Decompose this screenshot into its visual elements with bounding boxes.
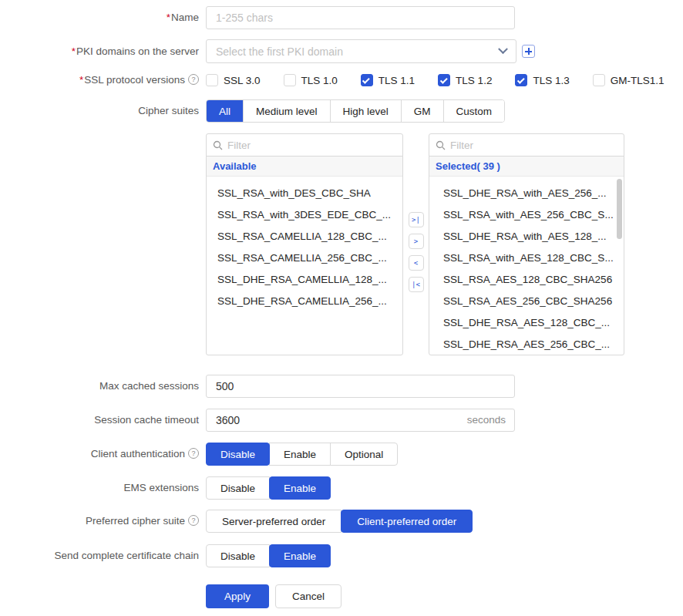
checkbox-icon[interactable]	[515, 74, 527, 86]
list-item[interactable]: SSL_RSA_CAMELLIA_256_CBC_...	[207, 247, 402, 269]
pki-domain-select[interactable]: Select the first PKI domain	[206, 39, 516, 63]
move-all-left-button[interactable]: |<	[409, 277, 424, 292]
selected-listbox: Selected( 39 ) SSL_DHE_RSA_with_AES_256_…	[429, 156, 624, 355]
checkbox-tls-1-3[interactable]: TLS 1.3	[515, 74, 569, 86]
pki-row: *PKI domains on the server Select the fi…	[0, 39, 683, 63]
checkbox-icon[interactable]	[361, 74, 373, 86]
client-auth-row: Client authentication? DisableEnableOpti…	[0, 443, 683, 466]
checkbox-icon[interactable]	[593, 74, 605, 86]
available-listbox: Available SSL_RSA_with_DES_CBC_SHASSL_RS…	[206, 156, 403, 355]
send-complete-certificate-chain-disable-button[interactable]: Disable	[206, 544, 270, 567]
preferred-cipher-suite-client-preferred-order-button[interactable]: Client-preferred order	[341, 510, 473, 533]
checkbox-icon[interactable]	[438, 74, 450, 86]
preferred-cipher-row: Preferred cipher suite? Server-preferred…	[0, 510, 683, 533]
tab-all[interactable]: All	[207, 100, 243, 122]
check-icon	[362, 76, 370, 83]
list-item[interactable]: SSL_DHE_RSA_with_AES_256_...	[429, 183, 624, 204]
name-label-text: Name	[171, 12, 199, 23]
list-item[interactable]: SSL_RSA_AES_128_CBC_SHA256	[429, 269, 624, 291]
help-icon[interactable]: ?	[188, 515, 199, 526]
help-icon[interactable]: ?	[188, 448, 199, 459]
selected-list-header: Selected( 39 )	[429, 157, 624, 177]
cancel-button[interactable]: Cancel	[275, 584, 342, 608]
available-filter-input[interactable]	[227, 140, 396, 151]
send-complete-certificate-chain-enable-button[interactable]: Enable	[269, 544, 331, 567]
move-left-button[interactable]: <	[409, 255, 424, 271]
required-asterisk: *	[167, 12, 170, 23]
move-right-icon: >	[414, 238, 418, 245]
tab-high-level[interactable]: High level	[330, 100, 401, 122]
client-authentication-disable-button[interactable]: Disable	[206, 443, 270, 466]
cert-chain-label-text: Send complete certificate chain	[54, 550, 199, 561]
client-auth-toggle-group: DisableEnableOptional	[206, 443, 398, 466]
actions-row: Apply Cancel	[0, 584, 683, 608]
list-item[interactable]: SSL_RSA_with_3DES_EDE_CBC_...	[207, 204, 402, 226]
preferred-cipher-toggle-group: Server-preferred orderClient-preferred o…	[206, 510, 473, 533]
check-icon	[439, 76, 447, 83]
move-all-right-button[interactable]: >|	[409, 212, 424, 227]
preferred-cipher-label: Preferred cipher suite?	[0, 515, 199, 527]
client-authentication-optional-button[interactable]: Optional	[330, 443, 398, 466]
move-right-button[interactable]: >	[409, 234, 424, 249]
cert-chain-row: Send complete certificate chain DisableE…	[0, 544, 683, 567]
list-item[interactable]: SSL_RSA_with_DES_CBC_SHA	[207, 183, 402, 204]
name-row: *Name	[0, 6, 683, 29]
cert-chain-toggle-group: DisableEnable	[206, 544, 331, 567]
list-item[interactable]: SSL_RSA_with_AES_128_CBC_S...	[429, 247, 624, 269]
available-list-body: SSL_RSA_with_DES_CBC_SHASSL_RSA_with_3DE…	[207, 177, 402, 355]
selected-filter-input[interactable]	[450, 140, 617, 151]
list-item[interactable]: SSL_DHE_RSA_CAMELLIA_128_...	[207, 269, 402, 291]
ssl-versions-label-text: SSL protocol versions	[84, 74, 185, 86]
max-sessions-input[interactable]	[206, 375, 515, 398]
timeout-label: Session cache timeout	[0, 414, 199, 426]
checkbox-label: GM-TLS1.1	[611, 75, 664, 86]
add-pki-domain-button[interactable]	[522, 45, 535, 58]
checkbox-label: SSL 3.0	[224, 75, 261, 86]
transfer-buttons: >|><|<	[403, 212, 429, 292]
ems-extensions-disable-button[interactable]: Disable	[206, 476, 270, 500]
client-authentication-enable-button[interactable]: Enable	[269, 443, 331, 466]
available-list-header: Available	[207, 157, 402, 177]
pki-select-value: Select the first PKI domain	[216, 45, 343, 58]
list-item[interactable]: SSL_DHE_RSA_AES_256_CBC_...	[429, 334, 624, 355]
move-all-left-icon: |<	[412, 281, 420, 288]
tab-custom[interactable]: Custom	[443, 100, 505, 122]
ems-extensions-enable-button[interactable]: Enable	[269, 476, 331, 500]
help-icon[interactable]: ?	[188, 74, 199, 85]
list-item[interactable]: SSL_RSA_CAMELLIA_128_CBC_...	[207, 226, 402, 247]
timeout-input[interactable]	[206, 409, 515, 432]
apply-button[interactable]: Apply	[206, 584, 269, 608]
ssl-policy-form: *Name *PKI domains on the server Select …	[0, 0, 683, 616]
ems-row: EMS extensions DisableEnable	[0, 476, 683, 500]
list-item[interactable]: SSL_DHE_RSA_CAMELLIA_256_...	[207, 291, 402, 312]
max-sessions-label-text: Max cached sessions	[99, 380, 199, 392]
list-item[interactable]: SSL_RSA_with_AES_256_CBC_S...	[429, 204, 624, 226]
checkbox-icon[interactable]	[284, 74, 296, 86]
selected-list-scrollbar[interactable]	[617, 179, 622, 239]
max-sessions-label: Max cached sessions	[0, 380, 199, 392]
move-left-icon: <	[414, 260, 418, 267]
available-panel: Available SSL_RSA_with_DES_CBC_SHASSL_RS…	[206, 133, 403, 355]
selected-filter	[429, 133, 624, 157]
cipher-suites-label-text: Cipher suites	[138, 105, 199, 116]
timeout-label-text: Session cache timeout	[94, 414, 199, 426]
name-input[interactable]	[206, 6, 515, 29]
list-item[interactable]: SSL_DHE_RSA_with_AES_128_...	[429, 226, 624, 247]
preferred-cipher-suite-server-preferred-order-button[interactable]: Server-preferred order	[206, 510, 342, 533]
list-item[interactable]: SSL_RSA_AES_256_CBC_SHA256	[429, 291, 624, 312]
ssl-versions-checkbox-group: SSL 3.0TLS 1.0TLS 1.1TLS 1.2TLS 1.3GM-TL…	[206, 74, 664, 86]
checkbox-gm-tls1-1[interactable]: GM-TLS1.1	[593, 74, 664, 86]
name-label: *Name	[0, 12, 199, 24]
checkbox-label: TLS 1.0	[301, 75, 338, 86]
tab-gm[interactable]: GM	[401, 100, 443, 122]
dual-list: Available SSL_RSA_with_DES_CBC_SHASSL_RS…	[206, 133, 624, 355]
checkbox-ssl-3-0[interactable]: SSL 3.0	[206, 74, 261, 86]
checkbox-tls-1-2[interactable]: TLS 1.2	[438, 74, 492, 86]
cipher-suite-tabs: AllMedium levelHigh levelGMCustom	[206, 99, 505, 123]
required-asterisk: *	[72, 45, 76, 57]
tab-medium-level[interactable]: Medium level	[243, 100, 330, 122]
checkbox-icon[interactable]	[206, 74, 218, 86]
list-item[interactable]: SSL_DHE_RSA_AES_128_CBC_...	[429, 312, 624, 334]
checkbox-tls-1-1[interactable]: TLS 1.1	[361, 74, 415, 86]
checkbox-tls-1-0[interactable]: TLS 1.0	[284, 74, 338, 86]
